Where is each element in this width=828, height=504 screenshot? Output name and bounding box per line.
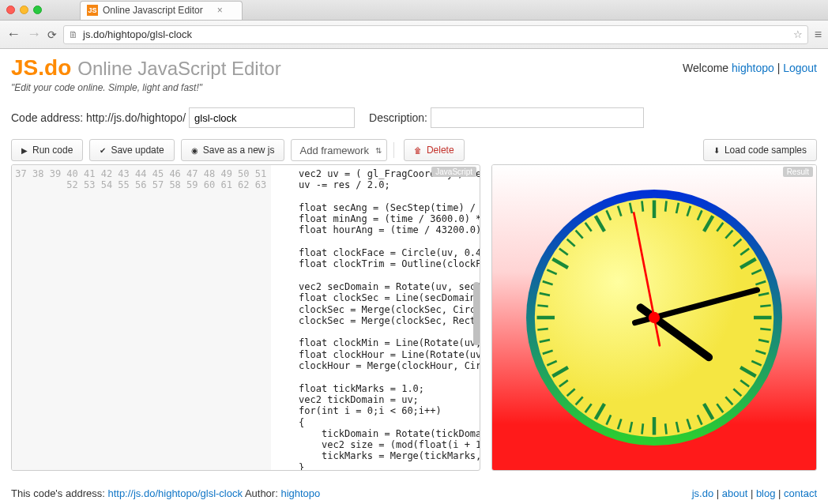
- tab-favicon: JS: [87, 5, 98, 16]
- editor-label: JavaScript: [431, 167, 476, 177]
- code-address-row: Code address: http://js.do/hightopo/ Des…: [11, 107, 817, 128]
- footer-author-link[interactable]: hightopo: [280, 487, 320, 499]
- footer-link[interactable]: about: [722, 487, 748, 499]
- site-logo[interactable]: JS.do Online JavaScript Editor: [11, 55, 281, 81]
- download-icon: ⬇: [713, 146, 720, 155]
- action-buttons: ▶Run code ✔Save update ◉Save as a new js…: [11, 139, 817, 161]
- header-subtitle: "Edit your code online. Simple, light an…: [11, 82, 281, 93]
- footer-link[interactable]: js.do: [692, 487, 713, 499]
- result-label: Result: [783, 167, 813, 177]
- logo-tagline: Online JavaScript Editor: [77, 58, 280, 80]
- browser-titlebar: JS Online Javascript Editor ×: [0, 0, 828, 21]
- footer-link[interactable]: contact: [784, 487, 817, 499]
- svg-line-33: [642, 423, 642, 434]
- footer-link[interactable]: blog: [756, 487, 776, 499]
- footer: This code's address: http://js.do/highto…: [0, 487, 828, 499]
- check-icon: ✔: [100, 146, 106, 155]
- description-input[interactable]: [431, 107, 644, 128]
- play-icon: ▶: [21, 146, 28, 155]
- bookmark-star-icon[interactable]: ☆: [793, 28, 803, 40]
- code-editor-panel: JavaScript 37 38 39 40 41 42 43 44 45 46…: [11, 164, 480, 471]
- browser-tab[interactable]: JS Online Javascript Editor ×: [80, 1, 243, 20]
- maximize-window-button[interactable]: [33, 6, 42, 14]
- close-window-button[interactable]: [6, 6, 15, 14]
- reload-button[interactable]: ⟳: [47, 28, 57, 41]
- code-address-label: Code address: http://js.do/hightopo/: [11, 111, 186, 124]
- window-controls: [6, 6, 42, 14]
- code-editor[interactable]: 37 38 39 40 41 42 43 44 45 46 47 48 49 5…: [12, 165, 480, 470]
- clock-render: [512, 175, 796, 460]
- scroll-thumb[interactable]: [473, 282, 480, 345]
- save-new-button[interactable]: ◉Save as a new js: [181, 139, 285, 161]
- svg-line-16: [760, 305, 770, 306]
- svg-line-31: [665, 423, 666, 434]
- slug-input[interactable]: [189, 107, 355, 128]
- footer-links: js.do | about | blog | contact: [692, 487, 817, 499]
- page-content: JS.do Online JavaScript Editor "Edit you…: [0, 49, 828, 477]
- logout-link[interactable]: Logout: [783, 62, 817, 74]
- url-text: js.do/hightopo/glsl-clock: [83, 28, 192, 40]
- description-label: Description:: [369, 111, 427, 124]
- circle-check-icon: ◉: [191, 146, 198, 155]
- add-framework-select[interactable]: Add framework: [291, 139, 386, 161]
- close-tab-icon[interactable]: ×: [217, 5, 223, 16]
- footer-address-link[interactable]: http://js.do/hightopo/glsl-clock: [107, 487, 243, 499]
- svg-line-3: [665, 201, 666, 211]
- footer-author-label: Author:: [243, 487, 280, 499]
- result-canvas: [492, 165, 816, 470]
- minimize-window-button[interactable]: [20, 6, 28, 14]
- load-samples-button[interactable]: ⬇Load code samples: [703, 139, 817, 161]
- welcome-text: Welcome hightopo | Logout: [683, 62, 817, 74]
- svg-line-18: [760, 329, 770, 329]
- delete-button[interactable]: 🗑Delete: [404, 139, 465, 161]
- svg-line-46: [537, 329, 548, 329]
- svg-line-61: [642, 201, 642, 211]
- browser-menu-icon[interactable]: ≡: [815, 28, 822, 42]
- user-link[interactable]: hightopo: [732, 62, 774, 74]
- back-button[interactable]: ←: [6, 26, 21, 43]
- tab-title: Online Javascript Editor: [103, 5, 203, 16]
- editor-scrollbar[interactable]: [473, 165, 480, 470]
- logo-bold: JS.do: [11, 55, 71, 81]
- code-content[interactable]: vec2 uv = ( gl_FragCoord.xy / resolution…: [271, 165, 480, 470]
- trash-icon: 🗑: [414, 146, 422, 155]
- save-update-button[interactable]: ✔Save update: [89, 139, 174, 161]
- browser-toolbar: ← → ⟳ 🗎 js.do/hightopo/glsl-clock ☆ ≡: [0, 21, 828, 49]
- result-panel: Result: [491, 164, 817, 471]
- svg-point-65: [649, 312, 660, 323]
- forward-button[interactable]: →: [27, 26, 41, 43]
- svg-line-48: [537, 305, 548, 306]
- line-gutter: 37 38 39 40 41 42 43 44 45 46 47 48 49 5…: [12, 165, 271, 470]
- run-code-button[interactable]: ▶Run code: [11, 139, 83, 161]
- footer-address-label: This code's address:: [11, 487, 107, 499]
- address-bar[interactable]: 🗎 js.do/hightopo/glsl-clock ☆: [63, 25, 808, 44]
- page-icon: 🗎: [69, 29, 78, 40]
